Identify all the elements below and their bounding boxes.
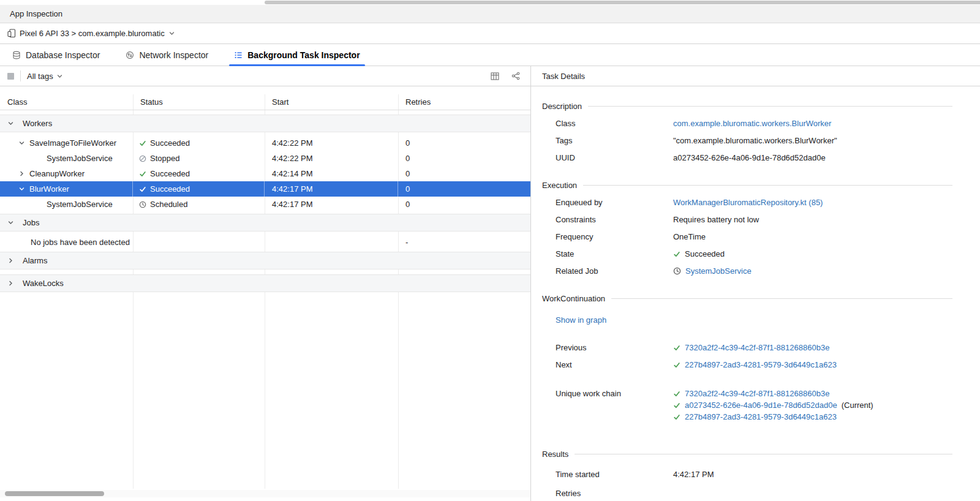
tab-label: Database Inspector — [26, 50, 100, 60]
section-description: Description — [542, 102, 952, 111]
detail-label: UUID — [542, 153, 673, 162]
stop-inspection-icon[interactable] — [7, 73, 14, 80]
retries-count: - — [398, 235, 530, 250]
status-label: Succeeded — [150, 138, 190, 148]
chevron-right-icon[interactable] — [7, 280, 18, 287]
chevron-down-icon[interactable] — [7, 120, 18, 127]
task-list-icon — [234, 51, 243, 59]
detail-label: Constraints — [542, 215, 673, 224]
inspector-tabs: Database Inspector Network Inspector Bac… — [0, 44, 980, 66]
tags-value: "com.example.bluromatic.workers.BlurWork… — [673, 136, 837, 145]
state-value: Succeeded — [685, 249, 725, 258]
tag-filter-dropdown[interactable]: All tags — [27, 72, 63, 81]
table-row-systemjobservice[interactable]: SystemJobService Scheduled 4:42:17 PM 0 — [0, 197, 530, 212]
uuid-value: a0273452-626e-4a06-9d1e-78d6d52dad0e — [673, 153, 826, 162]
chevron-right-icon[interactable] — [7, 257, 18, 264]
detail-label: Tags — [542, 136, 673, 145]
table-header: Class Status Start Retries — [0, 94, 530, 110]
section-execution: Execution — [542, 181, 952, 190]
succeeded-check-icon — [673, 402, 680, 409]
status-label: Succeeded — [150, 169, 190, 178]
detail-row-previous: Previous 7320a2f2-4c39-4c2f-87f1-8812688… — [542, 343, 952, 352]
table-row-cleanupworker[interactable]: CleanupWorker Succeeded 4:42:14 PM 0 — [0, 166, 530, 181]
horizontal-scrollbar-thumb[interactable] — [5, 491, 104, 496]
table-row-systemjobservice[interactable]: SystemJobService Stopped 4:42:22 PM 0 — [0, 151, 530, 166]
chain-work-link[interactable]: 7320a2f2-4c39-4c2f-87f1-881268860b3e — [685, 389, 829, 398]
table-row-saveimagetofileworker[interactable]: SaveImageToFileWorker Succeeded 4:42:22 … — [0, 135, 530, 151]
chevron-down-icon[interactable] — [18, 186, 29, 192]
frequency-value: OneTime — [673, 232, 706, 241]
retries-count: 0 — [398, 151, 530, 166]
group-wakelocks[interactable]: WakeLocks — [0, 274, 530, 292]
group-label: WakeLocks — [23, 279, 64, 288]
detail-label: Class — [542, 119, 673, 128]
start-time: 4:42:17 PM — [265, 197, 398, 212]
horizontal-scrollbar-thumb[interactable] — [265, 1, 980, 4]
succeeded-check-icon — [139, 186, 146, 193]
task-details-title: Task Details — [542, 72, 585, 81]
chevron-down-icon[interactable] — [18, 140, 29, 146]
detail-label: Previous — [542, 343, 673, 352]
network-icon — [126, 51, 134, 59]
retries-count: 0 — [398, 181, 530, 197]
chain-item: 227b4897-2ad3-4281-9579-3d6449c1a623 — [673, 412, 952, 421]
chain-work-link[interactable]: 227b4897-2ad3-4281-9579-3d6449c1a623 — [685, 412, 837, 421]
table-row-no-jobs: No jobs have been detected - — [0, 235, 530, 250]
column-header-class[interactable]: Class — [0, 94, 133, 110]
worker-class-label: BlurWorker — [29, 184, 69, 194]
related-job-link[interactable]: SystemJobService — [685, 266, 752, 276]
tag-filter-label: All tags — [27, 72, 53, 81]
scheduled-clock-icon — [139, 201, 146, 208]
detail-row-constraints: Constraints Requires battery not low — [542, 215, 952, 224]
detail-label: Time started — [542, 470, 673, 479]
detail-row-frequency: Frequency OneTime — [542, 232, 952, 241]
retries-count: 0 — [398, 197, 530, 212]
constraints-value: Requires battery not low — [673, 215, 759, 224]
process-selector[interactable]: Pixel 6 API 33 > com.example.bluromatic — [0, 23, 980, 44]
chain-suffix-current: (Current) — [842, 401, 873, 410]
detail-label: Related Job — [542, 266, 673, 276]
tab-database-inspector[interactable]: Database Inspector — [10, 44, 102, 66]
start-time: 4:42:22 PM — [265, 151, 398, 166]
column-header-start[interactable]: Start — [265, 94, 398, 110]
app-inspection-title: App Inspection — [10, 9, 62, 18]
column-header-status[interactable]: Status — [133, 94, 265, 110]
enqueued-by-link[interactable]: WorkManagerBluromaticRepository.kt (85) — [673, 198, 823, 207]
detail-row-uuid: UUID a0273452-626e-4a06-9d1e-78d6d52dad0… — [542, 153, 952, 162]
class-link[interactable]: com.example.bluromatic.workers.BlurWorke… — [673, 119, 831, 128]
section-divider — [611, 298, 952, 299]
chain-work-link[interactable]: a0273452-626e-4a06-9d1e-78d6d52dad0e — [685, 401, 837, 410]
table-view-icon[interactable] — [488, 69, 502, 83]
detail-row-tags: Tags "com.example.bluromatic.workers.Blu… — [542, 136, 952, 145]
worker-class-label: SystemJobService — [47, 154, 113, 163]
group-alarms[interactable]: Alarms — [0, 252, 530, 269]
unique-work-chain: Unique work chain 7320a2f2-4c39-4c2f-87f… — [542, 389, 952, 421]
task-list-toolbar: All tags — [0, 66, 530, 86]
detail-label: State — [542, 249, 673, 258]
chevron-down-icon[interactable] — [7, 219, 18, 226]
detail-row-enqueued-by: Enqueued by WorkManagerBluromaticReposit… — [542, 198, 952, 207]
section-results: Results — [542, 450, 952, 459]
group-workers[interactable]: Workers — [0, 115, 530, 132]
chevron-right-icon[interactable] — [18, 170, 29, 177]
toolbar-divider — [20, 70, 21, 81]
graph-view-icon[interactable] — [508, 69, 523, 83]
table-row-blurworker-selected[interactable]: BlurWorker Succeeded 4:42:17 PM 0 — [0, 181, 530, 197]
succeeded-check-icon — [673, 361, 680, 369]
previous-work-link[interactable]: 7320a2f2-4c39-4c2f-87f1-881268860b3e — [685, 343, 829, 352]
show-in-graph-link[interactable]: Show in graph — [556, 315, 606, 325]
stopped-icon — [139, 155, 146, 162]
group-jobs[interactable]: Jobs — [0, 214, 530, 232]
retries-count: 0 — [398, 135, 530, 151]
detail-label: Retries — [542, 489, 673, 498]
retries-count: 0 — [398, 166, 530, 181]
tab-label: Network Inspector — [139, 50, 208, 60]
detail-label: Next — [542, 360, 673, 369]
next-work-link[interactable]: 227b4897-2ad3-4281-9579-3d6449c1a623 — [685, 360, 837, 369]
section-divider — [588, 106, 952, 107]
tab-network-inspector[interactable]: Network Inspector — [123, 44, 211, 66]
column-header-retries[interactable]: Retries — [398, 94, 530, 110]
succeeded-check-icon — [673, 413, 680, 421]
tab-background-task-inspector[interactable]: Background Task Inspector — [232, 44, 362, 66]
worker-class-label: SystemJobService — [47, 200, 113, 209]
